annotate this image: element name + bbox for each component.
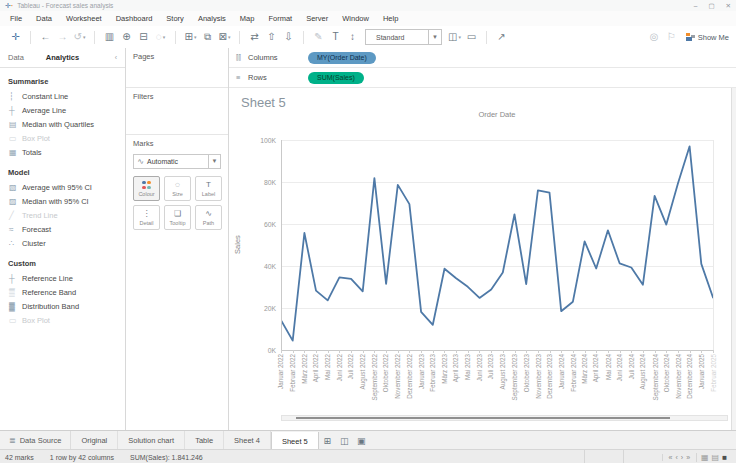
y-tick-label: 60K bbox=[229, 221, 276, 228]
horizontal-scrollbar[interactable] bbox=[281, 415, 728, 421]
last-sheet-icon[interactable]: » bbox=[686, 454, 690, 461]
next-sheet-icon[interactable]: › bbox=[681, 454, 683, 461]
save-icon[interactable]: ▥ bbox=[102, 27, 117, 47]
close-button[interactable]: ✕ bbox=[726, 2, 731, 10]
analytics-item-constant-line[interactable]: ┆Constant Line bbox=[0, 89, 125, 103]
analytics-item-average-line[interactable]: ┼Average Line bbox=[0, 103, 125, 117]
analytics-item-label: Constant Line bbox=[22, 92, 68, 101]
analytics-item-median-with-95-ci[interactable]: ▨Median with 95% CI bbox=[0, 194, 125, 208]
x-tick-label-text: April 2023 bbox=[453, 354, 460, 382]
mark-labels-icon[interactable]: T bbox=[328, 27, 343, 47]
colour-button[interactable]: Colour bbox=[133, 176, 160, 201]
back-icon[interactable]: ← bbox=[38, 27, 53, 47]
cell-size-icon[interactable]: ◫▾ bbox=[447, 27, 462, 47]
analytics-item-median-with-quartiles[interactable]: ▤Median with Quartiles bbox=[0, 117, 125, 131]
sheet-tab-sheet-5[interactable]: Sheet 5 bbox=[271, 432, 319, 450]
analytics-item-reference-band[interactable]: ▒Reference Band bbox=[0, 285, 125, 299]
analytics-item-totals[interactable]: ▦Totals bbox=[0, 145, 125, 159]
minimize-button[interactable]: – bbox=[694, 2, 698, 10]
tab-analytics[interactable]: Analytics bbox=[46, 53, 79, 62]
menu-item-format[interactable]: Format bbox=[261, 14, 299, 23]
prev-sheet-icon[interactable]: ‹ bbox=[675, 454, 677, 461]
analytics-item-reference-line[interactable]: ┼Reference Line bbox=[0, 271, 125, 285]
show-me-button[interactable]: Show Me bbox=[686, 33, 729, 42]
sheet-tab-table[interactable]: Table bbox=[185, 431, 224, 450]
tab-data[interactable]: Data bbox=[8, 53, 24, 62]
menu-item-map[interactable]: Map bbox=[233, 14, 262, 23]
show-me-label: Show Me bbox=[698, 33, 729, 42]
sheet-tab-sheet-4[interactable]: Sheet 4 bbox=[224, 431, 271, 450]
duplicate-sheet-icon[interactable]: ⧉ bbox=[200, 27, 215, 47]
highlight-icon[interactable]: ✎ bbox=[311, 27, 326, 47]
menu-item-story[interactable]: Story bbox=[159, 14, 191, 23]
detail-button[interactable]: ⋮Detail bbox=[133, 205, 160, 230]
menu-item-analysis[interactable]: Analysis bbox=[191, 14, 233, 23]
menu-item-dashboard[interactable]: Dashboard bbox=[109, 14, 160, 23]
x-tick bbox=[713, 350, 714, 353]
show-sheet-icon[interactable]: ■ bbox=[722, 453, 727, 462]
menu-item-server[interactable]: Server bbox=[299, 14, 335, 23]
chevron-down-icon[interactable]: ▼ bbox=[208, 155, 220, 168]
new-worksheet-icon[interactable]: ⊞▾ bbox=[183, 27, 198, 47]
size-button[interactable]: ◌Size bbox=[164, 176, 191, 201]
clear-sheet-icon[interactable]: ⊠▾ bbox=[217, 27, 232, 47]
analytics-item-trend-line: ╱Trend Line bbox=[0, 208, 125, 222]
presentation-mode-icon[interactable]: ▭ bbox=[464, 27, 479, 47]
sheet-tab-solution-chart[interactable]: Solution chart bbox=[118, 431, 185, 450]
pages-shelf[interactable]: Pages bbox=[126, 48, 228, 88]
x-tick-label-text: Februar 2022 bbox=[289, 354, 296, 392]
mark-type-dropdown[interactable]: ∿ Automatic ▼ bbox=[133, 154, 221, 169]
maximize-button[interactable]: ▢ bbox=[708, 2, 714, 10]
share-icon[interactable]: ↗ bbox=[494, 27, 509, 47]
swap-axes-icon[interactable]: ⇄ bbox=[247, 27, 262, 47]
new-dashboard-button[interactable]: ◫ bbox=[336, 431, 353, 450]
chevron-down-icon: ▾ bbox=[163, 27, 166, 47]
show-tabs-icon[interactable]: ▦ bbox=[701, 453, 709, 462]
data-source-tab[interactable]: ≣ Data Source bbox=[0, 431, 71, 450]
pause-updates-icon[interactable]: ⊟ bbox=[136, 27, 151, 47]
mark-button-label: Detail bbox=[139, 220, 153, 226]
vertical-scrollbar[interactable] bbox=[731, 88, 736, 430]
constant-line-icon: ┆ bbox=[9, 92, 22, 101]
fit-selector[interactable]: Standard▼ bbox=[365, 29, 442, 45]
columns-pill-order-date[interactable]: MY(Order Date) bbox=[308, 52, 376, 64]
menu-item-help[interactable]: Help bbox=[376, 14, 405, 23]
sort-descending-icon[interactable]: ⇩ bbox=[281, 27, 296, 47]
tooltip-icon: ❏ bbox=[174, 210, 181, 219]
show-filmstrip-icon[interactable]: ▤ bbox=[712, 453, 720, 462]
rows-shelf[interactable]: ≡ Rows SUM(Sales) bbox=[229, 68, 736, 88]
analytics-item-average-with-95-ci[interactable]: ▧Average with 95% CI bbox=[0, 180, 125, 194]
analytics-item-cluster[interactable]: ∴Cluster bbox=[0, 236, 125, 250]
analytics-item-forecast[interactable]: ≈Forecast bbox=[0, 222, 125, 236]
sheet-tab-original[interactable]: Original bbox=[71, 431, 118, 450]
y-tick-label: 80K bbox=[229, 179, 276, 186]
first-sheet-icon[interactable]: « bbox=[669, 454, 673, 461]
label-button[interactable]: TLabel bbox=[195, 176, 222, 201]
add-data-source-icon[interactable]: ⊕ bbox=[119, 27, 134, 47]
x-tick-label-text: März 2022 bbox=[301, 354, 308, 384]
analytics-item-distribution-band[interactable]: ▓Distribution Band bbox=[0, 299, 125, 313]
clear-highlight-icon[interactable]: ◎ bbox=[647, 27, 662, 47]
sort-ascending-icon[interactable]: ⇧ bbox=[264, 27, 279, 47]
new-worksheet-button[interactable]: ⊞ bbox=[319, 431, 336, 450]
analytics-item-label: Average with 95% CI bbox=[22, 183, 92, 192]
path-button[interactable]: ∿Path bbox=[195, 205, 222, 230]
menu-item-worksheet[interactable]: Worksheet bbox=[59, 14, 109, 23]
filters-shelf[interactable]: Filters bbox=[126, 88, 228, 135]
columns-shelf[interactable]: ⫿⫿ Columns MY(Order Date) bbox=[229, 48, 736, 68]
replay-icon[interactable]: ↺▾ bbox=[72, 27, 87, 47]
forward-icon[interactable]: → bbox=[55, 27, 70, 47]
menu-item-window[interactable]: Window bbox=[335, 14, 376, 23]
tooltip-icon[interactable]: ⚐ bbox=[664, 27, 679, 47]
run-updates-icon[interactable]: ◌▾ bbox=[153, 27, 168, 47]
sales-line-series[interactable] bbox=[281, 140, 713, 351]
chevron-down-icon[interactable]: ▼ bbox=[428, 30, 441, 44]
rows-pill-sum-sales[interactable]: SUM(Sales) bbox=[308, 72, 364, 84]
horizontal-scrollbar-thumb[interactable] bbox=[296, 417, 670, 419]
menu-item-data[interactable]: Data bbox=[29, 14, 59, 23]
menu-item-file[interactable]: File bbox=[3, 14, 29, 23]
new-story-button[interactable]: ▣ bbox=[353, 431, 370, 450]
fix-axes-icon[interactable]: ↕ bbox=[345, 27, 360, 47]
tooltip-button[interactable]: ❏Tooltip bbox=[164, 205, 191, 230]
collapse-pane-icon[interactable]: ‹ bbox=[115, 54, 117, 61]
